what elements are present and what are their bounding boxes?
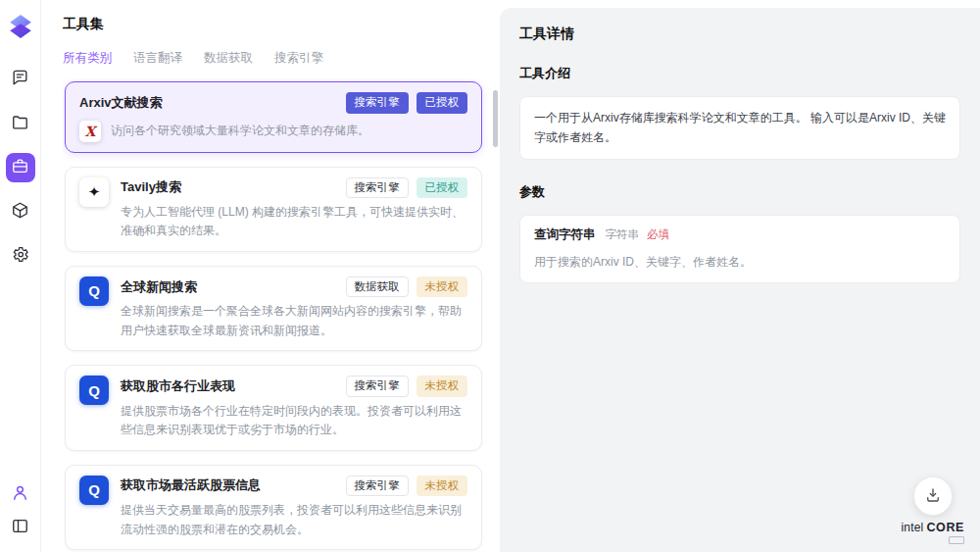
parameter-required-badge: 必填 <box>647 227 669 242</box>
briefcase-icon <box>11 157 29 178</box>
stock-sector-icon: Q <box>79 376 109 405</box>
intel-sub-badge <box>949 536 964 544</box>
auth-badge: 已授权 <box>416 92 468 114</box>
auth-badge: 未授权 <box>416 476 468 497</box>
page-title: 工具集 <box>63 16 500 33</box>
tab-all-categories[interactable]: 所有类别 <box>63 50 112 67</box>
folder-icon <box>11 113 29 134</box>
auth-badge: 未授权 <box>416 376 468 397</box>
cube-icon <box>11 201 29 223</box>
app-window: 工具集 所有类别 语言翻译 数据获取 搜索引擎 Arxiv文献搜索 搜索引擎 已… <box>0 0 980 552</box>
intel-core-logo: intel CORE <box>901 521 964 544</box>
tool-card-title: 获取股市各行业表现 <box>121 377 235 395</box>
parameter-description: 用于搜索的Arxiv ID、关键字、作者姓名。 <box>534 253 946 272</box>
tool-detail-panel: 工具详情 工具介绍 一个用于从Arxiv存储库搜索科学论文和文章的工具。 输入可… <box>500 8 980 552</box>
tool-card-title: Arxiv文献搜索 <box>79 94 163 112</box>
category-tabs: 所有类别 语言翻译 数据获取 搜索引擎 <box>63 50 500 67</box>
sidebar <box>0 0 41 552</box>
parameter-type: 字符串 <box>606 227 640 242</box>
category-badge: 搜索引擎 <box>346 177 409 199</box>
gear-icon <box>11 245 29 267</box>
tool-card-description: 访问各个研究领域大量科学论文和文章的存储库。 <box>111 122 369 140</box>
active-stocks-icon: Q <box>79 476 109 505</box>
list-scrollbar-thumb[interactable] <box>493 90 498 147</box>
tool-intro-card: 一个用于从Arxiv存储库搜索科学论文和文章的工具。 输入可以是Arxiv ID… <box>519 96 960 160</box>
parameter-card: 查询字符串 字符串 必填 用于搜索的Arxiv ID、关键字、作者姓名。 <box>519 215 960 283</box>
tool-card-title: 获取市场最活跃股票信息 <box>121 477 261 494</box>
chat-icon <box>11 69 29 90</box>
tool-card-global-news[interactable]: Q 全球新闻搜索 数据获取 未授权 全球新闻搜索是一个聚合全球各大新闻网站内容的… <box>65 266 482 351</box>
category-badge: 搜索引擎 <box>346 476 409 497</box>
tool-card-most-active-stocks[interactable]: Q 获取市场最活跃股票信息 搜索引擎 未授权 提供当天交易量最高的股票列表，投资… <box>65 465 482 550</box>
layout-columns-icon <box>11 517 29 538</box>
tab-search-engine[interactable]: 搜索引擎 <box>274 50 323 67</box>
intro-heading: 工具介绍 <box>519 65 960 82</box>
tool-card-description: 提供股票市场各个行业在特定时间段内的表现。投资者可以利用这些信息来识别表现优于或… <box>121 402 467 440</box>
sidebar-item-panel-toggle[interactable] <box>6 513 35 542</box>
auth-badge: 未授权 <box>416 276 468 298</box>
category-badge: 搜索引擎 <box>346 92 409 114</box>
tool-card-title: 全球新闻搜索 <box>121 278 197 296</box>
core-wordmark: CORE <box>926 521 964 534</box>
auth-badge: 已授权 <box>416 177 468 199</box>
tool-list-panel: 工具集 所有类别 语言翻译 数据获取 搜索引擎 Arxiv文献搜索 搜索引擎 已… <box>41 0 500 552</box>
sidebar-item-files[interactable] <box>6 109 35 138</box>
user-icon <box>11 483 29 505</box>
sidebar-item-user[interactable] <box>6 479 35 509</box>
download-icon <box>924 486 942 507</box>
tab-data-fetching[interactable]: 数据获取 <box>204 50 253 67</box>
tool-card-tavily[interactable]: ✦ Tavily搜索 搜索引擎 已授权 专为人工智能代理 (LLM) 构建的搜索… <box>65 167 482 252</box>
global-news-icon: Q <box>79 276 109 306</box>
tool-card-sector-performance[interactable]: Q 获取股市各行业表现 搜索引擎 未授权 提供股票市场各个行业在特定时间段内的表… <box>65 365 482 450</box>
tab-language-translation[interactable]: 语言翻译 <box>133 50 182 67</box>
tool-card-description: 全球新闻搜索是一个聚合全球各大新闻网站内容的搜索引擎，帮助用户快速获取全球最新资… <box>121 302 467 340</box>
tool-card-description: 提供当天交易量最高的股票列表，投资者可以利用这些信息来识别流动性强的股票和潜在的… <box>121 501 467 539</box>
sidebar-item-settings[interactable] <box>6 241 35 271</box>
intel-wordmark: intel <box>901 521 923 534</box>
tool-card-description: 专为人工智能代理 (LLM) 构建的搜索引擎工具，可快速提供实时、准确和真实的结… <box>121 203 467 241</box>
sidebar-item-chat[interactable] <box>6 65 35 94</box>
sidebar-item-packages[interactable] <box>6 197 35 226</box>
category-badge: 数据获取 <box>346 276 409 298</box>
parameter-name: 查询字符串 <box>534 226 596 243</box>
params-heading: 参数 <box>519 183 960 201</box>
sidebar-item-tools[interactable] <box>6 153 35 182</box>
sidebar-bottom <box>6 479 35 542</box>
tool-card-title: Tavily搜索 <box>121 178 181 196</box>
detail-title: 工具详情 <box>519 25 960 43</box>
category-badge: 搜索引擎 <box>346 376 409 397</box>
app-logo-icon[interactable] <box>8 14 33 39</box>
tool-card-list: Arxiv文献搜索 搜索引擎 已授权 X 访问各个研究领域大量科学论文和文章的存… <box>63 78 500 552</box>
sidebar-nav <box>6 65 35 271</box>
download-button[interactable] <box>913 477 953 516</box>
tool-card-arxiv[interactable]: Arxiv文献搜索 搜索引擎 已授权 X 访问各个研究领域大量科学论文和文章的存… <box>65 81 482 153</box>
arxiv-icon: X <box>79 121 101 142</box>
floating-actions: intel CORE <box>901 477 964 544</box>
tool-intro-text: 一个用于从Arxiv存储库搜索科学论文和文章的工具。 输入可以是Arxiv ID… <box>534 108 946 148</box>
tavily-icon: ✦ <box>79 177 109 207</box>
